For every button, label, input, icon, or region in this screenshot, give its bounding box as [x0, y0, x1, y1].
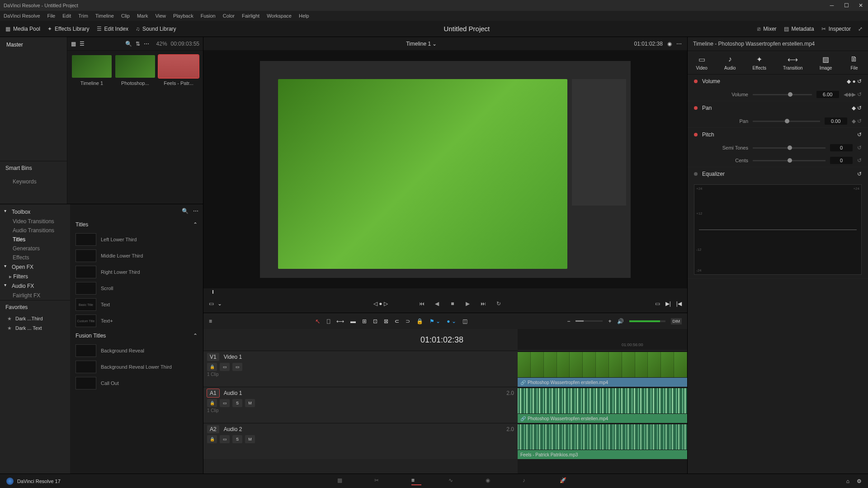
title-item[interactable]: Custom TitleText+	[70, 313, 203, 329]
loop-button[interactable]: ↻	[494, 299, 504, 309]
zoom-out-icon[interactable]: −	[567, 318, 570, 324]
keyframe-controls[interactable]: ◆ ↺	[852, 118, 862, 124]
fx-titles[interactable]: Titles	[0, 235, 70, 244]
semitones-value[interactable]: 0	[830, 144, 853, 151]
zoom-level[interactable]: 42%	[156, 41, 167, 47]
title-item[interactable]: Left Lower Third	[70, 231, 203, 248]
flag-icon[interactable]: ⚑ ⌄	[429, 318, 440, 324]
home-icon[interactable]: ⌂	[846, 478, 849, 484]
thumb-video[interactable]: Photoshop...	[115, 55, 155, 86]
timeline-view-icon[interactable]: ≡	[209, 318, 212, 324]
volume-slider[interactable]	[753, 94, 812, 95]
fx-fairlight[interactable]: Fairlight FX	[0, 291, 70, 300]
page-deliver[interactable]: 🚀	[560, 477, 570, 485]
menu-view[interactable]: View	[155, 13, 166, 19]
title-item[interactable]: Scroll	[70, 280, 203, 296]
pan-slider[interactable]	[753, 121, 820, 122]
menu-clip[interactable]: Clip	[121, 13, 130, 19]
audio-track-1[interactable]: 🔗 Photoshop Wassertropfen erstellen.mp4	[518, 387, 687, 423]
bin-view-icon[interactable]: ▦	[71, 41, 76, 47]
close-icon[interactable]: ✕	[857, 2, 864, 9]
fx-filters[interactable]: ▸ Filters	[0, 272, 70, 281]
search-icon[interactable]: 🔍	[125, 41, 132, 47]
title-item[interactable]: Right Lower Third	[70, 264, 203, 280]
metadata-button[interactable]: ▤ Metadata	[784, 26, 814, 32]
inspector-button[interactable]: ✂ Inspector	[821, 26, 851, 32]
master-bin[interactable]: Master	[0, 37, 67, 52]
titles-section[interactable]: Titles⌃	[70, 218, 203, 231]
sort-icon[interactable]: ⇅	[136, 41, 140, 47]
markers-icon[interactable]: ◁ ● ▷	[373, 300, 388, 307]
menu-resolve[interactable]: DaVinci Resolve	[4, 13, 40, 19]
volume-header[interactable]: Volume◆ ● ↺	[688, 75, 868, 88]
page-edit[interactable]: ≡	[411, 477, 421, 485]
fusion-title-item[interactable]: Call Out	[70, 375, 203, 391]
mute-button[interactable]: M	[245, 435, 255, 443]
tab-audio[interactable]: ♪Audio	[724, 55, 736, 70]
solo-button[interactable]: S	[232, 399, 242, 407]
zoom-in-icon[interactable]: +	[608, 318, 611, 324]
audiofx-header[interactable]: Audio FX	[0, 281, 70, 291]
page-media[interactable]: ▦	[337, 477, 347, 485]
toolbox-header[interactable]: Toolbox	[0, 207, 70, 217]
timeline-ruler[interactable]: 01:00:56:00 01:01:04:00	[518, 329, 687, 351]
auto-select-icon[interactable]: ▭	[220, 399, 230, 407]
range-icon[interactable]: ◫	[462, 318, 467, 324]
fx-generators[interactable]: Generators	[0, 244, 70, 253]
effects-library-button[interactable]: ✦ Effects Library	[47, 26, 89, 32]
audio-clip[interactable]	[518, 424, 687, 450]
volume-value[interactable]: 6.00	[816, 91, 839, 98]
match-frame-icon[interactable]: ▭	[655, 300, 660, 307]
fav-item[interactable]: ★ Dark ... Text	[0, 324, 70, 333]
tab-effects[interactable]: ✦Effects	[753, 55, 766, 70]
lock-icon[interactable]: 🔒	[207, 435, 217, 443]
viewer-options-icon[interactable]: ⋯	[676, 41, 682, 47]
replace-icon[interactable]: ⊠	[384, 318, 388, 324]
fusion-title-item[interactable]: Background Reveal	[70, 343, 203, 359]
menu-timeline[interactable]: Timeline	[95, 13, 114, 19]
fx-options-icon[interactable]: ⋯	[193, 208, 198, 214]
viewer[interactable]	[203, 51, 687, 288]
semitones-slider[interactable]	[753, 147, 826, 149]
thumb-timeline[interactable]: Timeline 1	[72, 55, 112, 86]
fav-item[interactable]: ★ Dark ...Third	[0, 314, 70, 324]
maximize-icon[interactable]: ☐	[843, 2, 850, 9]
pitch-header[interactable]: Pitch↺	[688, 128, 868, 141]
auto-select-icon[interactable]: ▭	[220, 363, 230, 371]
fx-video-transitions[interactable]: Video Transitions	[0, 217, 70, 226]
menu-workspace[interactable]: Workspace	[267, 13, 292, 19]
menu-color[interactable]: Color	[223, 13, 235, 19]
pan-header[interactable]: Pan◆ ↺	[688, 101, 868, 115]
stop-button[interactable]: ■	[448, 299, 458, 309]
video-track[interactable]: 🔗 Photoshop Wassertropfen erstellen.mp4	[518, 351, 687, 387]
mute-button[interactable]: M	[245, 399, 255, 407]
lock-icon[interactable]: 🔒	[207, 363, 217, 371]
menu-fairlight[interactable]: Fairlight	[242, 13, 259, 19]
openfx-header[interactable]: Open FX	[0, 262, 70, 272]
transform-icon[interactable]: ▭	[209, 300, 214, 307]
audio-track-2[interactable]: Feels - Patrick Patrikios.mp3	[518, 423, 687, 459]
lock-icon[interactable]: 🔒	[207, 399, 217, 407]
auto-select-icon[interactable]: ▭	[220, 435, 230, 443]
track-header-a2[interactable]: A2Audio 22.0 🔒▭SM	[203, 423, 518, 459]
page-color[interactable]: ◉	[486, 477, 495, 485]
link-icon[interactable]: ⊃	[406, 318, 410, 324]
tab-file[interactable]: 🗎File	[849, 55, 859, 70]
insert-icon[interactable]: ⊞	[362, 318, 367, 324]
menu-help[interactable]: Help	[299, 13, 309, 19]
video-clip[interactable]	[518, 352, 687, 377]
prev-frame-button[interactable]: ◀	[432, 299, 442, 309]
title-item[interactable]: Middle Lower Third	[70, 248, 203, 264]
next-frame-button[interactable]: ⏭	[478, 299, 488, 309]
fx-search-icon[interactable]: 🔍	[182, 208, 189, 214]
eq-graph[interactable]: +24 +24 +12 -12 -24	[694, 184, 862, 275]
selection-tool[interactable]: ↖	[315, 318, 321, 325]
media-pool-button[interactable]: ▦ Media Pool	[5, 26, 40, 32]
sound-library-button[interactable]: ♫ Sound Library	[136, 26, 176, 32]
marker-icon[interactable]: ● ⌄	[447, 318, 456, 324]
title-item[interactable]: Basic TitleText	[70, 296, 203, 313]
cents-slider[interactable]	[753, 160, 826, 161]
timeline-name[interactable]: Timeline 1 ⌄	[406, 41, 437, 47]
play-button[interactable]: ▶	[463, 299, 473, 309]
cents-value[interactable]: 0	[830, 157, 853, 164]
